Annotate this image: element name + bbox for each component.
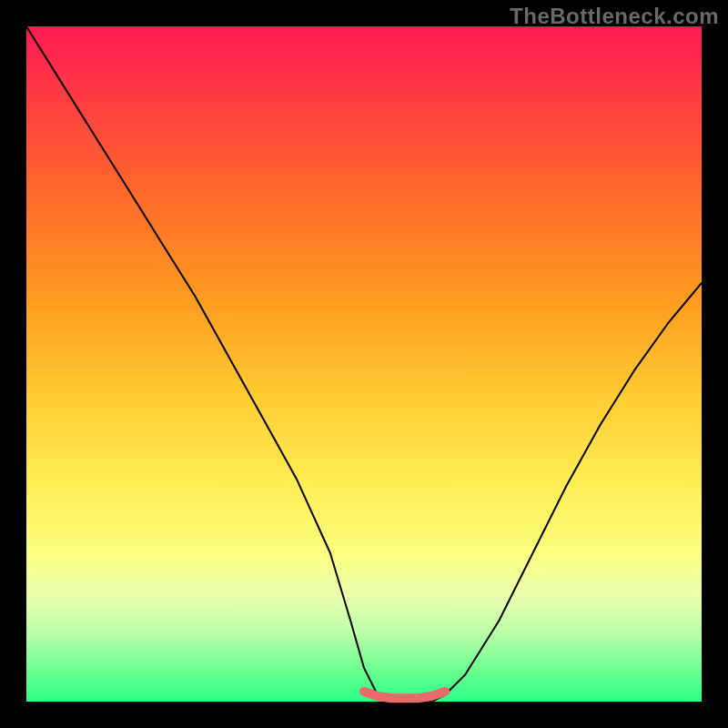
valley-marker [364, 692, 445, 698]
chart-svg [26, 26, 702, 702]
chart-frame: TheBottleneck.com [0, 0, 728, 728]
watermark-text: TheBottleneck.com [510, 4, 719, 29]
bottleneck-curve [26, 26, 702, 702]
